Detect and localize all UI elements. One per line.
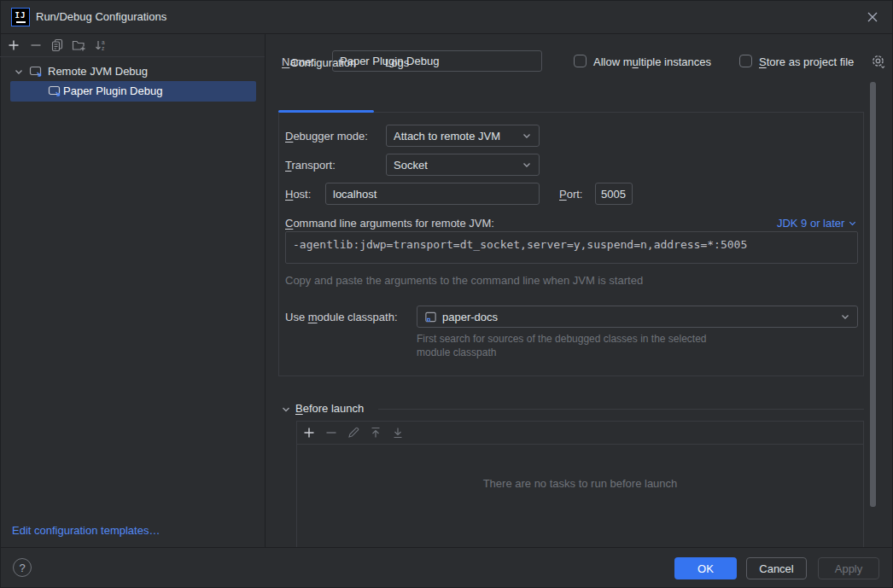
chevron-down-icon (522, 160, 532, 170)
new-folder-icon[interactable] (72, 38, 85, 52)
module-classpath-hint-line2: module classpath (417, 346, 496, 358)
before-launch-separator (378, 409, 864, 410)
command-line-hint: Copy and paste the arguments to the comm… (285, 274, 643, 287)
command-line-arguments-field[interactable]: -agentlib:jdwp=transport=dt_socket,serve… (285, 231, 858, 264)
close-icon[interactable] (864, 9, 881, 26)
before-launch-label[interactable]: Before launch (295, 402, 364, 415)
port-label: Port: (559, 188, 582, 201)
store-options-gear-icon[interactable] (871, 54, 886, 69)
transport-select[interactable]: Socket (386, 154, 540, 176)
tab-configuration[interactable]: Configuration (290, 56, 356, 69)
remove-task-icon[interactable] (324, 426, 338, 440)
debugger-mode-select[interactable]: Attach to remote JVM (386, 125, 540, 147)
logo-text: IJ (15, 11, 26, 20)
titlebar: IJ Run/Debug Configurations (0, 0, 893, 34)
module-classpath-select[interactable]: paper-docs (417, 306, 858, 328)
add-configuration-icon[interactable] (7, 38, 20, 52)
apply-button[interactable]: Apply (818, 557, 879, 579)
remove-configuration-icon[interactable] (29, 38, 43, 52)
add-task-icon[interactable] (302, 426, 316, 440)
sidebar: az Remote JVM Debug Paper Plugin Debug E… (0, 34, 266, 547)
chevron-down-icon (522, 131, 532, 141)
vertical-scrollbar[interactable] (870, 82, 876, 507)
edit-configuration-templates-link[interactable]: Edit configuration templates… (12, 524, 160, 537)
tree-item-label: Paper Plugin Debug (63, 84, 162, 97)
host-input[interactable] (325, 183, 540, 205)
move-task-up-icon[interactable] (369, 426, 382, 440)
svg-text:a: a (102, 39, 105, 45)
tree-item-label: Remote JVM Debug (48, 65, 148, 78)
tree-item-paper-plugin-debug[interactable]: Paper Plugin Debug (0, 81, 266, 102)
module-classpath-label: Use module classpath: (285, 311, 398, 323)
remote-debug-config-icon (48, 84, 61, 98)
cancel-button[interactable]: Cancel (746, 557, 807, 579)
edit-task-pencil-icon[interactable] (347, 426, 360, 440)
run-debug-configurations-dialog: IJ Run/Debug Configurations az (0, 0, 893, 588)
before-launch-toolbar (297, 422, 863, 445)
allow-multiple-instances-label[interactable]: Allow multiple instances (593, 55, 711, 68)
move-task-down-icon[interactable] (391, 426, 405, 440)
remote-debug-config-icon (29, 65, 43, 79)
sort-alphabetically-icon[interactable]: az (94, 38, 108, 52)
dialog-title: Run/Debug Configurations (36, 10, 166, 23)
command-line-arguments-label: Command line arguments for remote JVM: (285, 217, 494, 230)
svg-text:z: z (102, 45, 104, 51)
copy-configuration-icon[interactable] (50, 38, 64, 52)
store-as-project-file-checkbox[interactable] (739, 55, 752, 67)
jdk-version-selector[interactable]: JDK 9 or later (751, 217, 857, 230)
help-icon[interactable]: ? (13, 558, 32, 577)
chevron-down-icon (840, 311, 850, 322)
before-launch-empty-text: There are no tasks to run before launch (296, 477, 864, 490)
tree-item-remote-jvm-debug[interactable]: Remote JVM Debug (0, 61, 266, 82)
module-icon (424, 311, 437, 323)
store-as-project-file-label[interactable]: Store as project file (759, 55, 854, 68)
allow-multiple-instances-checkbox[interactable] (574, 55, 587, 67)
name-input[interactable] (332, 50, 542, 72)
before-launch-collapse-chevron-icon[interactable] (281, 405, 291, 415)
footer: ? OK Cancel Apply (0, 547, 893, 588)
transport-label: Transport: (285, 159, 336, 172)
intellij-logo-icon: IJ (11, 8, 30, 26)
sidebar-toolbar: az (0, 34, 265, 57)
chevron-down-icon[interactable] (14, 67, 24, 77)
debugger-mode-label: Debugger mode: (285, 130, 368, 143)
tab-logs[interactable]: Logs (385, 56, 409, 69)
host-label: Host: (285, 188, 311, 201)
port-input[interactable] (595, 183, 633, 205)
module-classpath-hint-line1: First search for sources of the debugged… (417, 333, 707, 345)
ok-button[interactable]: OK (674, 557, 737, 579)
